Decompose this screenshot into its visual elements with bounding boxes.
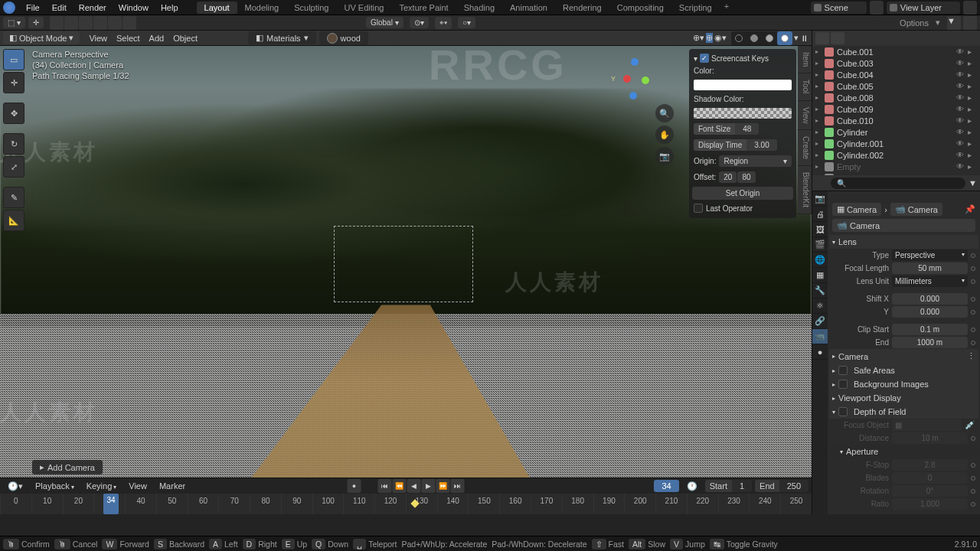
outliner-search-input[interactable]: [831, 178, 965, 189]
outliner-row[interactable]: ▸Cube.010👁▸: [812, 115, 980, 126]
workspace-shading[interactable]: Shading: [456, 2, 502, 14]
preview-range-icon[interactable]: 🕐: [682, 481, 702, 491]
view-menu[interactable]: View: [84, 34, 112, 43]
outliner-row[interactable]: ▸Empty👁▸: [812, 161, 980, 172]
jump-start-icon[interactable]: ⏮: [378, 479, 392, 493]
outliner-row[interactable]: ▸Cylinder.002👁▸: [812, 149, 980, 161]
aperture-ratio-field[interactable]: 1.000: [892, 498, 968, 510]
timeline-editor-type-icon[interactable]: 🕐▾: [3, 481, 28, 491]
tool-rotate[interactable]: ↻: [3, 133, 24, 155]
frame-end-field[interactable]: End250: [755, 480, 808, 492]
viewlayer-selector[interactable]: View Layer: [887, 2, 960, 14]
misc2-icon[interactable]: [122, 16, 136, 30]
tab-item[interactable]: Item: [798, 46, 812, 73]
prop-tab-constraints[interactable]: 🔗: [812, 314, 828, 329]
autokey-icon[interactable]: ●: [348, 479, 361, 493]
dof-panel-header[interactable]: ▾Depth of Field: [829, 405, 978, 419]
focal-length-field[interactable]: 50 mm: [892, 262, 968, 274]
workspace-texture[interactable]: Texture Paint: [391, 2, 456, 14]
scene-new-icon[interactable]: [870, 1, 884, 15]
gizmo-x-axis[interactable]: [623, 75, 631, 83]
prop-tab-scene[interactable]: 🎬: [812, 237, 828, 253]
tool-annotate[interactable]: ✎: [3, 187, 24, 208]
camera-panel-header[interactable]: ▸Camera⋮: [829, 349, 978, 364]
object-menu[interactable]: Object: [168, 34, 202, 43]
shift-x-field[interactable]: 0.000: [892, 293, 968, 305]
display-time-field[interactable]: Display Time3.00: [694, 139, 777, 151]
menu-render[interactable]: Render: [73, 3, 113, 12]
prop-tab-data-camera[interactable]: 📹: [812, 329, 828, 344]
outliner-row[interactable]: ▸Cylinder👁▸: [812, 126, 980, 138]
snap-icon[interactable]: [50, 16, 64, 30]
blender-logo-icon[interactable]: [3, 2, 15, 14]
workspace-animation[interactable]: Animation: [502, 2, 555, 14]
outliner-row[interactable]: ▸Cube.009👁▸: [812, 103, 980, 115]
tool-move[interactable]: ✥: [3, 103, 24, 124]
scene-selector[interactable]: Scene: [811, 2, 867, 14]
viewport-display-panel-header[interactable]: ▸Viewport Display: [829, 391, 978, 405]
jump-end-icon[interactable]: ⏭: [451, 479, 465, 493]
current-frame-field[interactable]: 34: [654, 480, 678, 492]
workspace-scripting[interactable]: Scripting: [671, 2, 720, 14]
material-mode-dropdown[interactable]: ◧Materials▾: [248, 31, 316, 44]
breadcrumb-data[interactable]: 📹 Camera: [890, 203, 942, 216]
mode-selector[interactable]: ◧Object Mode▾: [3, 31, 80, 44]
outliner-funnel-icon[interactable]: ▼: [969, 178, 977, 187]
proportional-icon[interactable]: [64, 16, 78, 30]
prop-tab-object[interactable]: ▦: [812, 268, 828, 283]
outliner-list[interactable]: ▸Cube.001👁▸▸Cube.003👁▸▸Cube.004👁▸▸Cube.0…: [812, 46, 980, 175]
tool-scale[interactable]: ⤢: [3, 156, 24, 178]
clip-start-field[interactable]: 0.1 m: [892, 324, 968, 335]
shade-solid[interactable]: [746, 31, 762, 45]
outliner-row[interactable]: ▸Cube.003👁▸: [812, 57, 980, 69]
prop-tab-material[interactable]: ●: [812, 344, 828, 360]
overlay-dropdown[interactable]: ◉▾: [714, 33, 727, 43]
pin-icon[interactable]: 📌: [965, 204, 975, 214]
playhead[interactable]: 34: [103, 494, 119, 514]
lens-panel-header[interactable]: ▾Lens: [829, 235, 978, 249]
cursor-tool[interactable]: ✛: [28, 17, 44, 28]
menu-file[interactable]: File: [20, 3, 46, 12]
workspace-sculpting[interactable]: Sculpting: [286, 2, 336, 14]
set-origin-button[interactable]: Set Origin: [692, 187, 793, 200]
menu-edit[interactable]: Edit: [46, 3, 73, 12]
timeline-view-menu[interactable]: View: [124, 481, 152, 491]
viewlayer-new-icon[interactable]: [963, 1, 977, 15]
clip-end-field[interactable]: 1000 m: [892, 337, 968, 348]
offset-x-field[interactable]: 20: [719, 171, 737, 183]
gizmo-dropdown[interactable]: ⊕▾: [693, 33, 704, 43]
tool-cursor[interactable]: ✛: [3, 72, 24, 93]
camera-datablock-field[interactable]: 📹 Camera: [832, 219, 975, 232]
shade-material[interactable]: [762, 31, 777, 45]
outliner-row[interactable]: ▸Cylinder.001👁▸: [812, 138, 980, 149]
prop-tab-world[interactable]: 🌐: [812, 253, 828, 268]
nav-zoom-icon[interactable]: 🔍: [655, 104, 674, 122]
marker-menu[interactable]: Marker: [155, 481, 190, 491]
workspace-compositing[interactable]: Compositing: [609, 2, 671, 14]
outliner-row[interactable]: ▸Cube.005👁▸: [812, 80, 980, 92]
outliner-filter-icon[interactable]: [831, 32, 844, 44]
play-reverse-icon[interactable]: ◀: [407, 479, 421, 493]
proportional-dropdown[interactable]: ○▾: [458, 17, 475, 28]
prop-tab-modifiers[interactable]: 🔧: [812, 283, 828, 298]
gizmo-y-axis[interactable]: [642, 77, 649, 84]
play-icon[interactable]: ▶: [422, 479, 436, 493]
prop-tab-physics[interactable]: ⚛: [812, 298, 828, 314]
timeline-track[interactable]: 0102030405060708090100110120130140150160…: [0, 494, 812, 514]
frame-start-field[interactable]: Start1: [705, 480, 752, 492]
overlay-icon[interactable]: [93, 16, 107, 30]
shade-rendered[interactable]: [777, 31, 792, 45]
outliner-mode-icon[interactable]: [963, 16, 977, 30]
nav-camera-icon[interactable]: 📷: [655, 147, 674, 165]
last-op-badge[interactable]: ▸ Add Camera: [32, 460, 103, 474]
tab-tool[interactable]: Tool: [798, 73, 812, 100]
outliner-row[interactable]: ▸Cube.004👁▸: [812, 69, 980, 80]
filter-funnel-icon[interactable]: ▼: [947, 16, 961, 30]
outliner-row[interactable]: ▸Cube.008👁▸: [812, 92, 980, 103]
misc-icon[interactable]: [108, 16, 122, 30]
workspace-add[interactable]: +: [720, 2, 733, 14]
shade-wireframe[interactable]: [731, 31, 746, 45]
shade-options-dropdown[interactable]: ▾: [794, 33, 799, 43]
keying-menu[interactable]: Keying: [82, 481, 122, 491]
shift-y-field[interactable]: 0.000: [892, 306, 968, 318]
